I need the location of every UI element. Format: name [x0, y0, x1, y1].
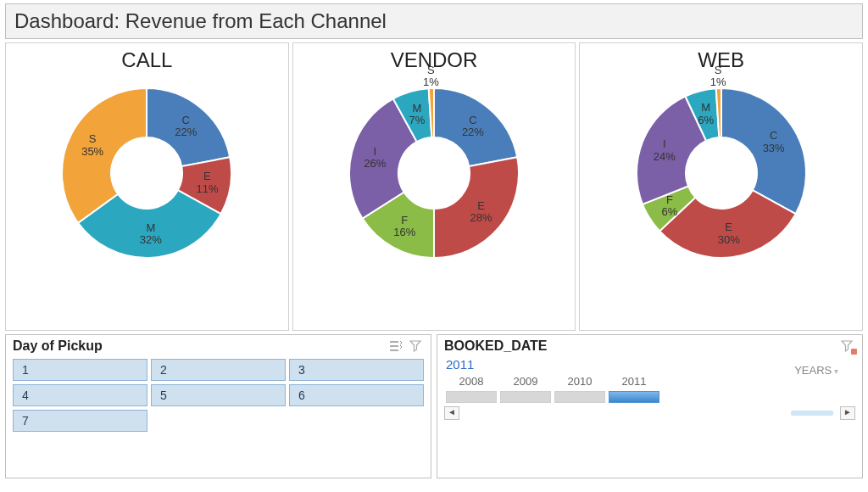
- slicer-day-item-4[interactable]: 4: [13, 384, 147, 406]
- chart-slice-label-F: F16%: [393, 215, 415, 239]
- timeline-year-2008[interactable]: 2008: [446, 375, 497, 403]
- slicer-header: Day of Pickup: [6, 335, 431, 355]
- slicer-day-item-2[interactable]: 2: [151, 359, 286, 381]
- donut-vendor: C22%E28%F16%I26%M7%S1%: [337, 75, 531, 271]
- dashboard-title-bar: Dashboard: Revenue from Each Channel: [5, 3, 863, 39]
- slicer-day-item-5[interactable]: 5: [151, 384, 286, 406]
- slicer-day-item-1[interactable]: 1: [13, 359, 147, 381]
- timeline-year-label: 2008: [446, 375, 497, 388]
- chart-slice-label-I: I24%: [654, 138, 676, 163]
- chart-slice-label-M: M32%: [140, 222, 162, 247]
- chart-slice-label-M: M6%: [698, 102, 714, 126]
- slicer-day-title: Day of Pickup: [13, 338, 383, 354]
- chart-slice-label-E: E28%: [470, 200, 492, 225]
- timeline-year-2009[interactable]: 2009: [500, 375, 551, 403]
- chart-slice-label-M: M7%: [409, 103, 426, 127]
- chart-slice-label-S: S1%: [710, 64, 726, 89]
- timeline-year-bar[interactable]: [554, 391, 605, 403]
- timeline-year-label: 2009: [500, 375, 551, 388]
- clear-timeline-filter-icon[interactable]: [840, 339, 855, 353]
- chart-vendor: VENDOR C22%E28%F16%I26%M7%S1%: [292, 42, 576, 331]
- chart-call: CALL C22%E11%M32%S35%: [5, 42, 289, 331]
- timeline-year-2011[interactable]: 2011: [609, 375, 659, 403]
- chart-slice-label-C: C22%: [175, 114, 197, 138]
- slicer-day-grid: 1234567: [13, 359, 424, 432]
- timeline-next-button[interactable]: ►: [840, 406, 855, 420]
- slicer-day-item-3[interactable]: 3: [289, 359, 424, 381]
- slicer-day-item-7[interactable]: 7: [13, 410, 147, 432]
- dashboard-title: Dashboard: Revenue from Each Channel: [14, 9, 387, 32]
- multiselect-icon[interactable]: [388, 339, 403, 353]
- chart-slice-S: [62, 88, 147, 223]
- chart-slice-label-C: C33%: [763, 130, 785, 154]
- chart-slice-label-S: S1%: [423, 64, 439, 89]
- chart-slice-label-S: S35%: [81, 133, 103, 158]
- chart-slice-label-E: E11%: [196, 171, 218, 195]
- timeline-prev-button[interactable]: ◄: [444, 406, 459, 420]
- timeline-year-bar[interactable]: [446, 391, 497, 403]
- clear-filter-icon[interactable]: [409, 339, 424, 353]
- timeline-year-bar[interactable]: [500, 391, 551, 403]
- timeline-header: BOOKED_DATE: [437, 335, 862, 355]
- chart-slice-label-E: E30%: [718, 221, 740, 246]
- slicer-day-item-6[interactable]: 6: [289, 384, 424, 406]
- timeline-year-label: 2010: [554, 375, 605, 388]
- charts-row: CALL C22%E11%M32%S35% VENDOR C22%E28%F16…: [5, 42, 863, 331]
- slicer-day-of-pickup: Day of Pickup 1234567: [5, 334, 431, 478]
- slicers-row: Day of Pickup 1234567 BOOKED_DATE 2011 Y…: [5, 334, 863, 478]
- donut-web: C33%E30%F6%I24%M6%S1%: [624, 75, 819, 271]
- timeline-nav: ◄ ►: [437, 405, 862, 423]
- timeline-booked-date: BOOKED_DATE 2011 YEARS 2008200920102011 …: [437, 334, 863, 478]
- timeline-year-label: 2011: [609, 375, 659, 388]
- chart-slice-label-I: I26%: [364, 146, 386, 171]
- timeline-level-label[interactable]: YEARS: [794, 364, 838, 377]
- chart-web: WEB C33%E30%F6%I24%M6%S1%: [579, 42, 863, 331]
- chart-title-call: CALL: [6, 48, 288, 72]
- donut-call: C22%E11%M32%S35%: [49, 75, 244, 271]
- chart-slice-label-C: C22%: [462, 114, 484, 138]
- timeline-year-bar[interactable]: [609, 391, 659, 403]
- timeline-title: BOOKED_DATE: [444, 338, 835, 354]
- timeline-year-2010[interactable]: 2010: [554, 375, 605, 403]
- chart-slice-label-F: F6%: [661, 193, 677, 218]
- timeline-scroll-indicator[interactable]: [466, 411, 833, 416]
